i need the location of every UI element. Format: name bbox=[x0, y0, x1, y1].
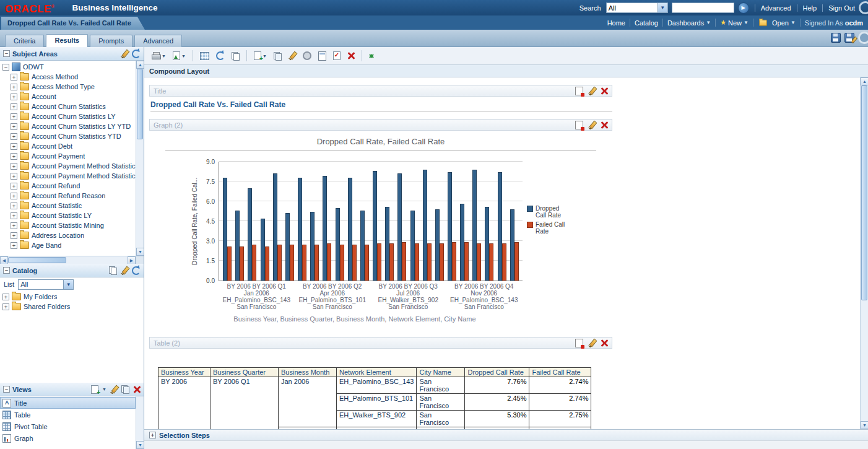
edit-view-button[interactable] bbox=[286, 47, 298, 64]
bar-failed-call-rate[interactable] bbox=[290, 245, 294, 281]
refresh-icon[interactable] bbox=[132, 266, 141, 275]
bar-failed-call-rate[interactable] bbox=[489, 243, 493, 281]
catalog-link[interactable]: Catalog bbox=[635, 19, 658, 27]
save-icon[interactable] bbox=[831, 33, 841, 43]
bar-failed-call-rate[interactable] bbox=[277, 245, 282, 281]
expand-icon[interactable]: + bbox=[11, 163, 17, 170]
expand-icon[interactable]: + bbox=[11, 94, 17, 100]
bar-failed-call-rate[interactable] bbox=[265, 246, 269, 281]
expand-icon[interactable]: + bbox=[11, 183, 17, 190]
dashboard-preview-button[interactable] bbox=[197, 47, 212, 64]
tree-item[interactable]: +Account Churn Statistics LY bbox=[0, 111, 136, 121]
tree-item[interactable]: +Account bbox=[0, 92, 136, 102]
bar-dropped-call-rate[interactable] bbox=[273, 173, 277, 281]
edit-view-icon[interactable] bbox=[588, 121, 596, 129]
chevron-down-icon[interactable]: ▼ bbox=[102, 387, 106, 391]
expand-icon[interactable]: + bbox=[11, 103, 17, 110]
views-scrollbar[interactable]: ▼ bbox=[136, 396, 144, 449]
bar-failed-call-rate[interactable] bbox=[252, 245, 256, 281]
bar-dropped-call-rate[interactable] bbox=[397, 173, 402, 281]
tree-item[interactable]: +Account Refund Reason bbox=[0, 191, 136, 201]
tree-item[interactable]: +Account Churn Statistics YTD bbox=[0, 131, 136, 141]
tab-prompts[interactable]: Prompts bbox=[90, 35, 132, 47]
print-button[interactable]: ▼ bbox=[149, 47, 168, 64]
new-view-button[interactable]: ▼ bbox=[251, 47, 269, 64]
column-header[interactable]: Business Month bbox=[279, 368, 337, 377]
tree-item[interactable]: +Account Churn Statistics bbox=[0, 102, 136, 111]
bar-failed-call-rate[interactable] bbox=[477, 243, 481, 281]
expand-icon[interactable]: + bbox=[11, 232, 17, 239]
bar-failed-call-rate[interactable] bbox=[440, 243, 444, 281]
catalog-list-select[interactable]: All ▼ bbox=[18, 279, 74, 290]
collapse-icon[interactable]: − bbox=[2, 64, 9, 71]
bar-failed-call-rate[interactable] bbox=[464, 242, 469, 281]
expand-icon[interactable]: + bbox=[2, 294, 9, 300]
help-icon[interactable] bbox=[858, 32, 868, 44]
edit-icon[interactable] bbox=[121, 267, 128, 274]
duplicate-view-button[interactable] bbox=[271, 47, 284, 64]
sign-out-link[interactable]: Sign Out bbox=[828, 4, 855, 12]
expand-icon[interactable]: + bbox=[11, 222, 17, 229]
duplicate-view-icon[interactable] bbox=[121, 385, 129, 393]
expand-icon[interactable]: + bbox=[11, 203, 17, 209]
expand-icon[interactable]: + bbox=[2, 303, 9, 310]
tree-item[interactable]: +Account Statistic bbox=[0, 201, 136, 211]
bar-failed-call-rate[interactable] bbox=[227, 246, 232, 281]
tree-item[interactable]: +Account Refund bbox=[0, 181, 136, 191]
bar-dropped-call-rate[interactable] bbox=[510, 209, 514, 281]
bar-failed-call-rate[interactable] bbox=[315, 245, 319, 281]
bar-failed-call-rate[interactable] bbox=[415, 243, 419, 281]
remove-view-icon[interactable] bbox=[133, 386, 141, 393]
copy-button[interactable] bbox=[229, 47, 242, 64]
tree-item[interactable]: +Account Churn Statistics LY YTD bbox=[0, 121, 136, 131]
format-container-icon[interactable] bbox=[575, 339, 583, 347]
tree-item[interactable]: +Shared Folders bbox=[0, 302, 144, 312]
scroll-down-icon[interactable]: ▼ bbox=[136, 248, 144, 256]
tree-item[interactable]: +Account Payment Method Statistic bbox=[0, 161, 136, 171]
collapse-icon[interactable]: − bbox=[3, 50, 10, 57]
refresh-icon[interactable] bbox=[132, 50, 141, 58]
expand-icon[interactable]: + bbox=[149, 432, 156, 438]
column-header[interactable]: Failed Call Rate bbox=[529, 368, 591, 377]
copy-icon[interactable] bbox=[109, 266, 117, 274]
tab-advanced[interactable]: Advanced bbox=[134, 35, 182, 47]
bar-failed-call-rate[interactable] bbox=[402, 242, 406, 281]
view-properties-button[interactable] bbox=[300, 47, 314, 64]
bar-dropped-call-rate[interactable] bbox=[323, 176, 327, 281]
tree-item[interactable]: +Account Statistic Mining bbox=[0, 220, 136, 230]
export-button[interactable]: ▼ bbox=[170, 47, 188, 64]
tree-item[interactable]: +Access Method bbox=[0, 72, 136, 82]
bar-dropped-call-rate[interactable] bbox=[498, 172, 502, 281]
format-container-icon[interactable] bbox=[575, 121, 583, 129]
scrollbar-thumb[interactable] bbox=[861, 85, 867, 300]
selection-steps-bar[interactable]: + Selection Steps bbox=[144, 429, 868, 440]
format-container-icon[interactable] bbox=[575, 87, 583, 95]
bar-dropped-call-rate[interactable] bbox=[360, 211, 365, 281]
expand-icon[interactable]: + bbox=[11, 242, 17, 249]
tree-item[interactable]: +Age Band bbox=[0, 240, 136, 250]
bar-failed-call-rate[interactable] bbox=[514, 242, 519, 281]
bar-failed-call-rate[interactable] bbox=[340, 245, 344, 281]
bar-dropped-call-rate[interactable] bbox=[336, 208, 340, 281]
column-header[interactable]: Business Quarter bbox=[210, 368, 279, 377]
bar-dropped-call-rate[interactable] bbox=[373, 171, 377, 281]
bar-failed-call-rate[interactable] bbox=[427, 243, 432, 281]
analysis-tab[interactable]: Dropped Call Rate Vs. Failed Call Rate bbox=[1, 17, 145, 30]
view-item[interactable]: Graph bbox=[0, 432, 136, 444]
view-item[interactable]: Title bbox=[0, 397, 136, 409]
scroll-left-icon[interactable]: ◀ bbox=[0, 256, 8, 264]
expand-icon[interactable]: + bbox=[11, 153, 17, 160]
bar-dropped-call-rate[interactable] bbox=[385, 207, 389, 281]
tree-item[interactable]: +Address Location bbox=[0, 230, 136, 240]
bar-failed-call-rate[interactable] bbox=[302, 245, 306, 281]
scroll-up-icon[interactable]: ▲ bbox=[861, 77, 868, 85]
bar-dropped-call-rate[interactable] bbox=[298, 178, 302, 281]
expand-icon[interactable]: + bbox=[11, 143, 17, 150]
bar-dropped-call-rate[interactable] bbox=[348, 178, 352, 281]
bar-dropped-call-rate[interactable] bbox=[248, 188, 252, 281]
bar-failed-call-rate[interactable] bbox=[389, 243, 394, 281]
tree-item[interactable]: +Account Payment bbox=[0, 151, 136, 161]
subject-areas-hscrollbar[interactable]: ◀ ▶ bbox=[0, 256, 136, 264]
advanced-link[interactable]: Advanced bbox=[761, 4, 791, 12]
tab-results[interactable]: Results bbox=[46, 34, 88, 47]
